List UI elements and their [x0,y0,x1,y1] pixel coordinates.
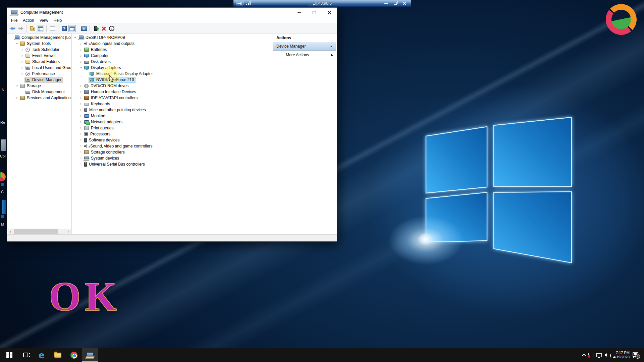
menu-help[interactable]: Help [51,17,65,23]
tree-item-system-tools[interactable]: ›System Tools [8,41,71,47]
chevron-collapsed-icon[interactable]: › [78,131,83,137]
menu-action[interactable]: Action [20,17,37,23]
chevron-collapsed-icon[interactable]: › [78,137,83,143]
chevron-collapsed-icon[interactable]: › [78,89,83,95]
chevron-collapsed-icon[interactable]: › [20,59,24,64]
desktop-icon-fragment[interactable]: Cor [0,154,6,158]
tree-item-mice-and-other-pointing-devices[interactable]: ›Mice and other pointing devices [72,107,273,113]
volume-icon[interactable] [605,353,610,357]
chevron-collapsed-icon[interactable]: › [78,41,83,46]
scrollbar-thumb[interactable] [14,229,58,234]
tree-item-batteries[interactable]: ›Batteries [72,47,273,53]
tree-item-task-scheduler[interactable]: ›Task Scheduler [8,47,71,53]
chevron-collapsed-icon[interactable]: › [20,53,24,58]
chevron-expanded-icon[interactable]: › [14,41,19,46]
chevron-collapsed-icon[interactable]: › [20,65,24,70]
export-list-button[interactable] [29,25,36,32]
chevron-collapsed-icon[interactable]: › [78,119,83,125]
tree-item-system-devices[interactable]: ›System devices [72,155,273,161]
tree-item-display-adapters[interactable]: ›Display adapters [72,65,273,71]
tree-item-disk-drives[interactable]: ›Disk drives [72,59,273,65]
chevron-collapsed-icon[interactable]: › [78,95,83,101]
remote-close-button[interactable] [403,2,406,5]
horizontal-scrollbar[interactable]: ‹ › [8,229,71,234]
chevron-expanded-icon[interactable]: › [78,65,84,70]
update-driver-button[interactable] [92,25,99,32]
scroll-right-arrow[interactable]: › [65,229,71,234]
desktop-icon-fragment[interactable]: C [1,190,4,194]
tree-item-dvd-cd-rom-drives[interactable]: ›DVD/CD-ROM drives [72,83,273,89]
tree-item-services-and-applications[interactable]: ›Services and Applications [8,95,71,101]
tree-item-monitors[interactable]: ›Monitors [72,113,273,119]
more-actions-item[interactable]: More Actions ▶ [273,51,336,59]
chevron-collapsed-icon[interactable]: › [14,95,19,101]
back-button[interactable] [9,25,16,32]
file-explorer-button[interactable] [50,348,66,362]
chevron-collapsed-icon[interactable]: › [78,113,83,119]
chevron-collapsed-icon[interactable]: › [78,53,83,58]
desktop-icon-fragment[interactable] [1,139,6,151]
tree-item-desktop-7romp0b[interactable]: ›DESKTOP-7ROMP0B [72,35,273,41]
tree-item-storage-controllers[interactable]: ›Storage controllers [72,149,273,155]
tree-item-microsoft-basic-display-adapter[interactable]: Microsoft Basic Display Adapter [72,71,273,77]
tray-app-alert-icon[interactable] [588,353,593,357]
chevron-collapsed-icon[interactable]: › [78,149,83,155]
scrollbar-track[interactable] [13,229,65,234]
chevron-collapsed-icon[interactable]: › [78,156,83,161]
chevron-expanded-icon[interactable]: › [73,35,78,40]
minimize-button[interactable] [291,8,307,17]
clock[interactable]: 7:17 PM 4/19/2023 [613,351,630,359]
tree-item-universal-serial-bus-controllers[interactable]: ›Universal Serial Bus controllers [72,161,273,167]
chevron-collapsed-icon[interactable]: › [78,83,83,88]
chevron-collapsed-icon[interactable]: › [78,107,83,113]
chevron-collapsed-icon[interactable]: › [78,125,83,131]
tree-item-computer[interactable]: ›Computer [72,53,273,59]
chevron-collapsed-icon[interactable]: › [20,47,24,52]
tree-item-event-viewer[interactable]: ›Event Viewer [8,53,71,59]
help-button[interactable]: ? [60,25,68,32]
tree-item-ide-ata-atapi-controllers[interactable]: ›IDE ATA/ATAPI controllers [72,95,273,101]
menu-view[interactable]: View [37,17,51,23]
show-action-pane-button[interactable] [68,25,76,32]
chevron-collapsed-icon[interactable]: › [78,101,83,107]
hidden-icons-chevron-icon[interactable] [582,354,586,357]
tree-item-sound-video-and-game-controllers[interactable]: ›Sound, video and game controllers [72,143,273,149]
computer-management-taskbar-button[interactable] [82,348,98,362]
chevron-collapsed-icon[interactable]: › [78,143,83,149]
network-icon[interactable] [596,353,602,357]
tree-item-keyboards[interactable]: ›Keyboards [72,101,273,107]
title-bar[interactable]: Computer Management [7,8,337,17]
show-console-tree-button[interactable] [37,25,44,32]
desktop-icon-fragment[interactable]: Re [0,120,5,124]
tree-item-storage[interactable]: ›Storage [8,83,71,89]
tree-item-nvidia-geforce-210[interactable]: NVIDIA GeForce 210 [72,77,273,83]
tree-item-print-queues[interactable]: ›Print queues [72,125,273,131]
action-center-button[interactable]: 4 [633,352,639,358]
uninstall-device-button[interactable] [100,25,107,32]
chevron-expanded-icon[interactable]: › [14,83,19,88]
task-view-button[interactable] [17,348,34,362]
tree-item-performance[interactable]: ›Performance [8,71,71,77]
remote-restore-button[interactable] [394,2,397,5]
forward-button[interactable] [17,25,24,32]
properties-button[interactable] [49,25,56,32]
tree-item-device-manager[interactable]: Device Manager [8,77,71,83]
tree-item-local-users-and-groups[interactable]: ›Local Users and Groups [8,65,71,71]
close-button[interactable] [322,8,337,17]
tree-item-software-devices[interactable]: ›Software devices [72,137,273,143]
actions-group-device-manager[interactable]: Device Manager ▲ [273,42,336,51]
menu-file[interactable]: File [8,17,20,23]
desktop-icon-fragment[interactable] [2,200,6,214]
collapse-group-icon[interactable]: ▲ [330,45,333,48]
tree-item-network-adapters[interactable]: ›Network adapters [72,119,273,125]
remote-minimize-button[interactable] [384,3,388,4]
desktop-icon-fragment[interactable] [1,215,4,218]
chevron-collapsed-icon[interactable]: › [78,47,83,52]
tree-item-audio-inputs-and-outputs[interactable]: ›Audio inputs and outputs [72,41,273,47]
chevron-collapsed-icon[interactable]: › [78,162,83,167]
maximize-button[interactable] [307,8,322,17]
chevron-collapsed-icon[interactable]: › [78,59,83,64]
tree-item-disk-management[interactable]: Disk Management [8,89,71,95]
desktop-icon-fragment[interactable] [1,183,4,186]
edge-button[interactable]: e [34,348,50,362]
